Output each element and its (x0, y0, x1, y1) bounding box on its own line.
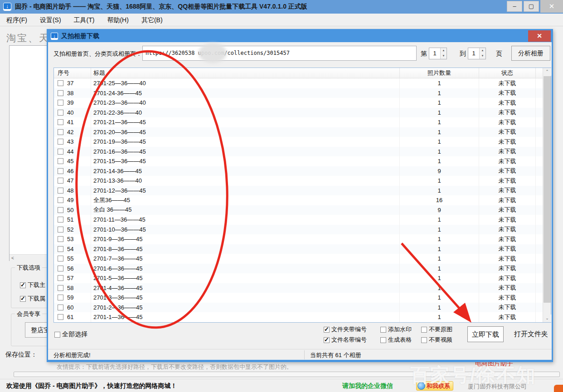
page-to-spinner[interactable]: 1 ▲▼ (468, 48, 486, 59)
menu-item-1[interactable]: 设置(S) (34, 14, 68, 26)
table-row[interactable]: 522701-10—36——451未下载 (54, 225, 551, 235)
table-row[interactable]: 552701-7—36——451未下载 (54, 254, 551, 264)
table-row[interactable]: 582701-4—36——451未下载 (54, 283, 551, 293)
row-checkbox[interactable] (58, 158, 63, 164)
header-title[interactable]: 标题 (91, 68, 400, 78)
table-row[interactable]: 452701-15—36——451未下载 (54, 156, 551, 166)
analyze-album-button[interactable]: 分析相册 (511, 46, 550, 61)
row-checkbox[interactable] (58, 188, 63, 194)
row-title-cell: 2701-2—36——45 (91, 303, 400, 313)
download-now-button[interactable]: 立即下载 (467, 326, 504, 342)
open-folder-button[interactable]: 打开文件夹 (510, 326, 553, 342)
table-row[interactable]: 402701-22-36——401未下载 (54, 108, 551, 118)
header-num[interactable]: 序号 (54, 68, 91, 78)
option-checkbox-2[interactable]: 添加水印 (380, 325, 412, 334)
table-row[interactable]: 372701-25—36——401未下载 (54, 78, 551, 88)
row-status-cell: 未下载 (479, 117, 536, 127)
minimize-button[interactable]: – (507, 1, 522, 12)
menu-item-4[interactable]: 其它(B) (135, 14, 169, 26)
left-panel-heading: 淘宝、天 (6, 32, 50, 44)
row-checkbox[interactable] (58, 129, 63, 135)
row-checkbox[interactable] (58, 100, 63, 106)
table-row[interactable]: 472701-13-36——401未下载 (54, 176, 551, 186)
menu-item-2[interactable]: 工具(T) (68, 14, 101, 26)
row-checkbox[interactable] (58, 275, 63, 281)
maximize-button[interactable]: ▢ (524, 1, 539, 12)
row-checkbox[interactable] (58, 178, 63, 184)
option-checkbox-4[interactable]: 不要原图 (421, 325, 452, 334)
table-row[interactable]: 592701-3—36——451未下载 (54, 293, 551, 303)
row-checkbox[interactable] (58, 256, 63, 261)
scroll-thumb[interactable] (544, 76, 551, 303)
table-row[interactable]: 442701-16—36——451未下载 (54, 147, 551, 157)
table-row[interactable]: 512701-11—36——451未下载 (54, 215, 551, 225)
option-checkbox-0[interactable]: 文件夹带编号 (324, 325, 367, 334)
row-checkbox[interactable] (58, 197, 63, 203)
row-title-cell: 2701-21—36——45 (91, 117, 400, 127)
table-row[interactable]: 572701-5—36——451未下载 (54, 273, 551, 283)
table-row[interactable]: 542701-8—36——451未下载 (54, 244, 551, 254)
row-checkbox[interactable] (58, 246, 63, 252)
row-checkbox[interactable] (58, 80, 63, 86)
table-row[interactable]: 50全白 36——459未下载 (54, 205, 551, 215)
row-checkbox[interactable] (58, 305, 63, 310)
table-row[interactable]: 462701-14-36——459未下载 (54, 166, 551, 176)
row-num-cell: 48 (54, 186, 91, 196)
row-checkbox[interactable] (58, 295, 63, 300)
menu-item-3[interactable]: 帮助(H) (101, 14, 135, 26)
row-count-cell: 1 (400, 273, 479, 283)
scroll-up-icon[interactable]: ⌃ (543, 68, 551, 76)
row-number: 43 (67, 138, 73, 145)
table-row[interactable]: 412701-21—36——451未下载 (54, 117, 551, 127)
dialog-close-button[interactable]: ✕ (528, 30, 551, 42)
row-checkbox[interactable] (58, 236, 63, 242)
table-body: 372701-25—36——401未下载382701-24-36——451未下载… (54, 78, 551, 322)
menu-item-0[interactable]: 程序(F) (0, 14, 34, 26)
table-row[interactable]: 602701-2—36——451未下载 (54, 303, 551, 313)
row-checkbox[interactable] (58, 119, 63, 125)
row-number: 44 (67, 148, 73, 155)
header-count[interactable]: 照片数量 (400, 68, 479, 78)
row-checkbox[interactable] (58, 207, 63, 213)
row-checkbox[interactable] (58, 227, 63, 232)
header-status[interactable]: 状态 (479, 68, 536, 78)
row-checkbox[interactable] (58, 149, 63, 155)
table-row[interactable]: 432701-19—36——451未下载 (54, 137, 551, 147)
row-number: 53 (67, 236, 73, 242)
row-checkbox[interactable] (58, 266, 63, 271)
scroll-down-icon[interactable]: ⌄ (543, 315, 551, 322)
row-checkbox[interactable] (58, 314, 63, 320)
row-checkbox[interactable] (58, 217, 63, 223)
select-all-checkbox[interactable]: 全部选择 (54, 330, 87, 339)
table-row[interactable]: 612701-1—36——451未下载 (54, 312, 551, 322)
table-row[interactable]: 382701-24-36——451未下载 (54, 88, 551, 98)
row-checkbox[interactable] (58, 139, 63, 145)
close-button[interactable]: ✕ (540, 0, 563, 13)
table-row[interactable]: 392701-23—36——401未下载 (54, 98, 551, 108)
option-checkbox-1[interactable]: 文件名带编号 (324, 336, 367, 344)
page-from-spinner[interactable]: 1 ▲▼ (429, 48, 447, 59)
table-row[interactable]: 532701-9—36——451未下载 (54, 234, 551, 244)
app-logo-icon: ↓ (3, 3, 11, 11)
row-number: 38 (67, 90, 73, 97)
row-number: 60 (67, 304, 73, 311)
option-checkbox-3[interactable]: 生成表格 (380, 336, 412, 344)
table-vscrollbar[interactable]: ⌃ ⌄ (543, 68, 551, 322)
row-checkbox[interactable] (58, 110, 63, 116)
row-checkbox[interactable] (58, 285, 63, 291)
download-main-checkbox[interactable]: 下载主 (20, 281, 45, 289)
spinner-arrows-icon[interactable]: ▲▼ (440, 48, 447, 59)
album-url-input[interactable]: https://3620538 upoo.com/collections/301… (142, 46, 417, 61)
spinner-arrows-icon[interactable]: ▲▼ (479, 48, 485, 59)
row-status-cell: 未下载 (479, 127, 536, 137)
row-title-cell: 2701-22-36——40 (91, 108, 400, 118)
row-checkbox[interactable] (58, 90, 63, 96)
option-checkbox-5[interactable]: 不要视频 (421, 336, 452, 344)
table-row[interactable]: 482701-12—36——451未下载 (54, 186, 551, 196)
download-attr-checkbox[interactable]: 下载属 (20, 295, 45, 303)
table-row[interactable]: 49全黑36——4516未下载 (54, 195, 551, 205)
row-checkbox[interactable] (58, 168, 63, 174)
table-row[interactable]: 562701-6—36——451未下载 (54, 264, 551, 274)
table-row[interactable]: 422701-20—36——451未下载 (54, 127, 551, 137)
dialog-download-icon: ↓ (51, 33, 58, 40)
